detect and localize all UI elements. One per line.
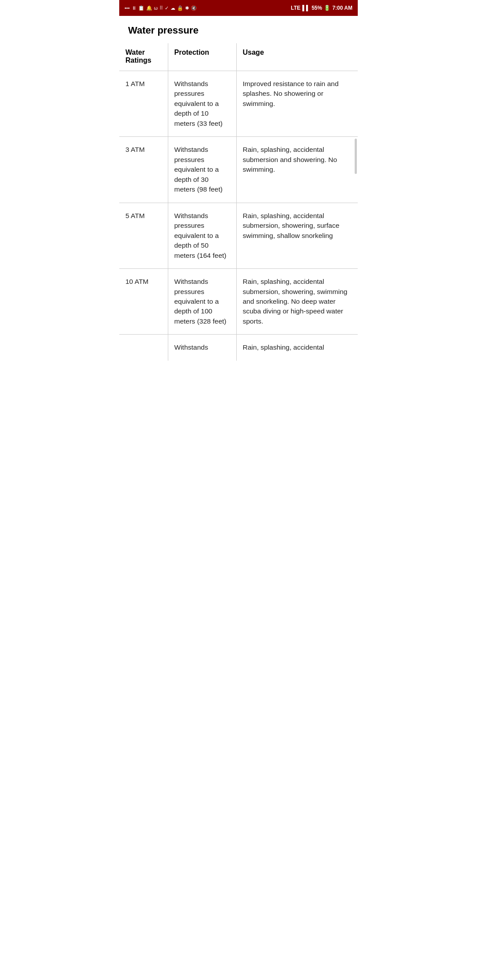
cell-protection: Withstands pressures equivalent to a dep… — [168, 203, 236, 268]
cloud-icon: ☁ — [170, 5, 175, 11]
page-title: Water pressure — [119, 16, 358, 43]
col-header-ratings: Water Ratings — [119, 43, 168, 71]
bell-icon: 🔔 — [146, 5, 152, 11]
scrollbar[interactable] — [355, 139, 357, 174]
cell-usage: Rain, splashing, accidental submersion a… — [236, 137, 358, 203]
table-row: 5 ATMWithstands pressures equivalent to … — [119, 203, 358, 268]
cell-rating: 1 ATM — [119, 71, 168, 137]
status-right-info: LTE ▌▌ 55% 🔋 7:00 AM — [291, 5, 352, 11]
table-row: WithstandsRain, splashing, accidental — [119, 335, 358, 361]
lock-icon: 🔒 — [177, 5, 183, 11]
col-header-usage: Usage — [236, 43, 358, 71]
check-icon: ✓ — [165, 5, 169, 11]
water-pressure-table-container: Water Ratings Protection Usage 1 ATMWith… — [119, 43, 358, 361]
clipboard-icon: 📋 — [138, 5, 144, 11]
table-row: 3 ATMWithstands pressures equivalent to … — [119, 137, 358, 203]
cell-usage: Rain, splashing, accidental submersion, … — [236, 203, 358, 268]
cell-rating — [119, 335, 168, 361]
signal-icon: ▌▌ — [302, 5, 310, 11]
grid-icon: ⠿ — [159, 5, 163, 11]
battery-icon: 🔋 — [324, 5, 330, 11]
col-header-protection: Protection — [168, 43, 236, 71]
cell-rating: 3 ATM — [119, 137, 168, 203]
cell-usage: Improved resistance to rain and splashes… — [236, 71, 358, 137]
mute-icon: 🔇 — [191, 5, 197, 11]
omega-icon: ω — [154, 5, 158, 11]
pause-icon: ⏸ — [132, 5, 136, 11]
cell-protection: Withstands pressures equivalent to a dep… — [168, 137, 236, 203]
cell-usage: Rain, splashing, accidental — [236, 335, 358, 361]
cell-protection: Withstands pressures equivalent to a dep… — [168, 71, 236, 137]
status-bar: ••• ⏸ 📋 🔔 ω ⠿ ✓ ☁ 🔒 ✱ 🔇 LTE ▌▌ 55% 🔋 7:0… — [119, 0, 358, 16]
status-left-icons: ••• ⏸ 📋 🔔 ω ⠿ ✓ ☁ 🔒 ✱ 🔇 — [125, 5, 197, 11]
cell-protection: Withstands pressures equivalent to a dep… — [168, 269, 236, 335]
notification-dots-icon: ••• — [125, 5, 130, 11]
clock: 7:00 AM — [332, 5, 352, 11]
cell-protection: Withstands — [168, 335, 236, 361]
lte-icon: LTE — [291, 5, 301, 11]
bluetooth-icon: ✱ — [185, 5, 189, 11]
battery-level: 55% — [311, 5, 322, 11]
table-row: 1 ATMWithstands pressures equivalent to … — [119, 71, 358, 137]
cell-usage: Rain, splashing, accidental submersion, … — [236, 269, 358, 335]
cell-rating: 10 ATM — [119, 269, 168, 335]
water-pressure-table: Water Ratings Protection Usage 1 ATMWith… — [119, 43, 358, 361]
table-row: 10 ATMWithstands pressures equivalent to… — [119, 269, 358, 335]
cell-rating: 5 ATM — [119, 203, 168, 268]
